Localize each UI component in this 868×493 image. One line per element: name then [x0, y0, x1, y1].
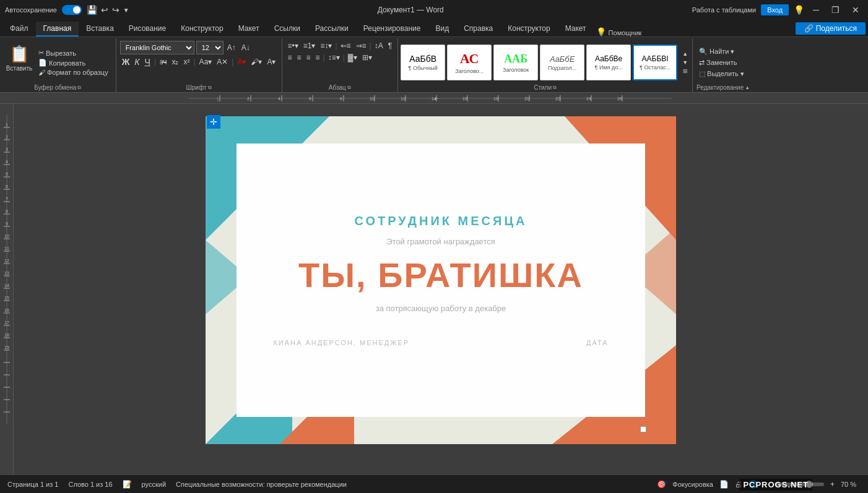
- format-copy-button[interactable]: 🖌Формат по образцу: [36, 68, 111, 77]
- svg-text:16: 16: [462, 96, 467, 101]
- numbering-button[interactable]: ≡1▾: [302, 41, 318, 51]
- cut-button[interactable]: ✂Вырезать: [36, 48, 111, 58]
- word-count: Слово 1 из 16: [68, 481, 112, 488]
- focus-label: Фокусировка: [672, 481, 713, 488]
- marks-button[interactable]: ¶: [386, 41, 394, 51]
- subscript-button[interactable]: x₂: [170, 57, 180, 67]
- svg-text:22: 22: [555, 96, 560, 101]
- clear-format-button[interactable]: A✕: [215, 57, 230, 67]
- bold-button[interactable]: Ж: [120, 56, 132, 67]
- tab-constructor2[interactable]: Конструктор: [500, 22, 557, 36]
- ruler: | 2 4 6 8 10 12 14 16 18 20 22 24 26 ⌐: [0, 93, 868, 104]
- font-size-select[interactable]: 12: [196, 41, 224, 54]
- view-read-icon[interactable]: 📄: [719, 480, 729, 489]
- replace-button[interactable]: ⇄Заменить: [697, 58, 750, 67]
- align-right-button[interactable]: ≡: [305, 53, 313, 62]
- font-shrink-button[interactable]: A↓: [240, 43, 252, 53]
- italic-button[interactable]: К: [132, 56, 141, 67]
- shading-font-button[interactable]: A▾: [265, 57, 277, 67]
- tab-design[interactable]: Конструктор: [173, 22, 230, 36]
- svg-text:9: 9: [6, 221, 8, 226]
- highlight-button[interactable]: 🖌▾: [249, 57, 264, 67]
- undo-icon[interactable]: ↩: [101, 5, 108, 15]
- restore-button[interactable]: ❐: [828, 5, 843, 15]
- svg-text:17: 17: [4, 320, 9, 325]
- style-subheading[interactable]: АаБбЕ Подзагол...: [540, 45, 584, 80]
- indent-dec-button[interactable]: ⇐≡: [339, 41, 353, 51]
- font-family-select[interactable]: Franklin Gothic: [120, 41, 194, 54]
- tab-layout[interactable]: Макет: [231, 22, 267, 36]
- style-heading1[interactable]: АС Заголово...: [447, 45, 492, 80]
- align-left-button[interactable]: ≡: [286, 53, 294, 62]
- borders-button[interactable]: ⊞▾: [360, 53, 374, 62]
- svg-text:12: 12: [4, 259, 9, 263]
- copy-button[interactable]: 📄Копировать: [36, 58, 111, 67]
- select-button[interactable]: ⬚Выделить▾: [697, 69, 750, 79]
- style-remains[interactable]: ААББВI ¶ Осталас...: [633, 45, 677, 80]
- document-area[interactable]: ✛ СОТРУДНИК МЕСЯЦА: [14, 104, 868, 474]
- tab-home[interactable]: Главная: [36, 22, 79, 36]
- minimize-button[interactable]: ─: [809, 5, 823, 15]
- indent-inc-button[interactable]: ⇒≡: [354, 41, 368, 51]
- main-area: 1 2 3 4 5 6 7 8 9 10 11 12 13 14 15 16 1…: [0, 104, 868, 474]
- svg-text:6: 6: [6, 184, 8, 189]
- superscript-button[interactable]: x²: [181, 57, 191, 67]
- tab-mailings[interactable]: Рассылки: [308, 22, 356, 36]
- tab-help[interactable]: Справка: [456, 22, 500, 36]
- move-handle[interactable]: ✛: [207, 115, 220, 129]
- styles-scroll[interactable]: ▲ ▼ ⊞: [680, 50, 690, 75]
- login-button[interactable]: Вход: [761, 4, 789, 15]
- tab-insert[interactable]: Вставка: [79, 22, 121, 36]
- tab-layout2[interactable]: Макет: [558, 22, 594, 36]
- strikethrough-button[interactable]: зч: [158, 57, 168, 67]
- line-spacing-button[interactable]: ↕≡▾: [326, 53, 342, 62]
- language: русский: [142, 481, 166, 488]
- left-ruler: 1 2 3 4 5 6 7 8 9 10 11 12 13 14 15 16 1…: [0, 104, 14, 474]
- sort-button[interactable]: ↕A: [373, 41, 385, 51]
- svg-text:11: 11: [4, 246, 9, 251]
- tab-references[interactable]: Ссылки: [267, 22, 308, 36]
- case-button[interactable]: Аа▾: [197, 57, 214, 67]
- tab-review[interactable]: Рецензирование: [356, 22, 428, 36]
- underline-button[interactable]: Ч: [143, 56, 152, 67]
- svg-text:4: 4: [278, 96, 280, 101]
- style-heading[interactable]: ААБ Заголовок: [493, 45, 538, 80]
- find-button[interactable]: 🔍Найти▾: [697, 47, 750, 56]
- justify-button[interactable]: ≡: [314, 53, 322, 62]
- customize-icon[interactable]: ▼: [123, 7, 129, 14]
- zoom-in-icon[interactable]: +: [830, 480, 835, 489]
- svg-text:13: 13: [4, 271, 9, 275]
- ribbon: 📋 Вставить ✂Вырезать 📄Копировать 🖌Формат…: [0, 37, 868, 93]
- style-normal[interactable]: АаБбВ ¶ Обычный: [401, 45, 445, 80]
- multilevel-button[interactable]: ≡↕▾: [318, 41, 334, 51]
- tab-file[interactable]: Файл: [2, 22, 36, 36]
- svg-text:18: 18: [4, 333, 9, 337]
- svg-text:5: 5: [6, 172, 8, 176]
- align-center-button[interactable]: ≡: [295, 53, 303, 62]
- autosave-label: Автосохранение: [5, 6, 57, 14]
- bullets-button[interactable]: ≡•▾: [286, 41, 300, 51]
- style-docname[interactable]: АаБбВе ¶ Имя до...: [586, 45, 631, 80]
- close-button[interactable]: ✕: [848, 5, 863, 15]
- svg-text:2: 2: [247, 96, 250, 101]
- clipboard-label: Буфер обмена⧉: [5, 84, 111, 91]
- font-color-button[interactable]: A▾: [235, 57, 248, 67]
- status-icon-spell: 📝: [123, 480, 132, 489]
- cert-subtitle: Этой грамотой награждается: [386, 237, 495, 246]
- title-bar-icons: 💾 ↩ ↪ ▼: [87, 5, 129, 15]
- svg-text:24: 24: [586, 96, 591, 101]
- focus-icon[interactable]: 🎯: [657, 480, 666, 489]
- redo-icon[interactable]: ↪: [112, 5, 119, 15]
- resize-handle[interactable]: [640, 426, 646, 432]
- share-button[interactable]: 🔗 Поделиться: [796, 22, 866, 35]
- autosave-toggle[interactable]: [62, 5, 82, 15]
- svg-text:20: 20: [524, 96, 529, 101]
- tab-view[interactable]: Вид: [428, 22, 456, 36]
- shading-button[interactable]: ▓▾: [346, 53, 359, 62]
- svg-text:3: 3: [6, 147, 8, 152]
- helper-label: Помощник: [609, 29, 642, 36]
- tab-draw[interactable]: Рисование: [121, 22, 173, 36]
- font-grow-button[interactable]: A↑: [225, 43, 238, 53]
- paste-button[interactable]: 📋 Вставить: [5, 41, 33, 75]
- save-icon[interactable]: 💾: [87, 5, 97, 15]
